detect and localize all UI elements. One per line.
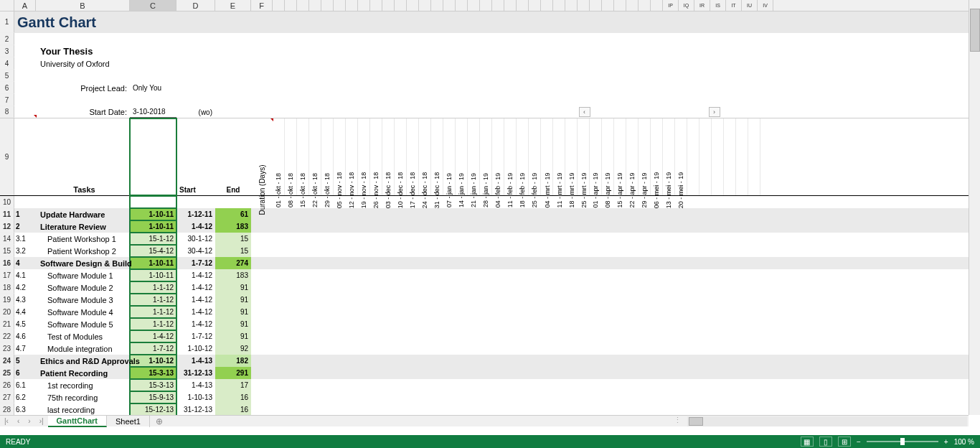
task-id: 1 bbox=[14, 208, 36, 220]
task-name: Update Hardware bbox=[36, 208, 130, 220]
col-C[interactable]: C bbox=[130, 0, 176, 11]
col-IR[interactable]: IR bbox=[694, 0, 710, 11]
col-IV[interactable]: IV bbox=[758, 0, 773, 11]
zoom-in-button[interactable]: + bbox=[944, 438, 948, 446]
date-col[interactable] bbox=[346, 0, 358, 11]
task-duration: 91 bbox=[215, 318, 251, 330]
task-name: Patient Workshop 2 bbox=[36, 245, 130, 257]
task-start[interactable]: 1-1-12 bbox=[130, 318, 176, 330]
row-4: 4 University of Oxford bbox=[0, 57, 969, 70]
date-col[interactable] bbox=[456, 0, 468, 11]
date-col[interactable] bbox=[273, 0, 285, 11]
zoom-slider[interactable] bbox=[867, 441, 938, 442]
date-header: 01 - okt - 18 bbox=[273, 118, 285, 195]
task-id: 6.1 bbox=[14, 379, 36, 391]
task-start[interactable]: 1-1-12 bbox=[130, 294, 176, 306]
date-col[interactable] bbox=[480, 0, 492, 11]
task-start[interactable]: 15-3-13 bbox=[130, 379, 176, 391]
date-header: 17 - dec - 18 bbox=[407, 118, 419, 195]
date-col[interactable] bbox=[382, 0, 395, 11]
date-col[interactable] bbox=[309, 0, 321, 11]
date-col[interactable] bbox=[468, 0, 480, 11]
date-header: 29 - okt - 18 bbox=[321, 118, 334, 195]
task-start[interactable]: 15-9-13 bbox=[130, 391, 176, 403]
date-col[interactable] bbox=[431, 0, 443, 11]
date-col[interactable] bbox=[651, 0, 663, 11]
date-col[interactable] bbox=[590, 0, 602, 11]
date-col[interactable] bbox=[578, 0, 590, 11]
date-col[interactable] bbox=[553, 0, 565, 11]
zoom-out-button[interactable]: − bbox=[857, 438, 861, 446]
col-IS[interactable]: IS bbox=[710, 0, 726, 11]
date-col[interactable] bbox=[565, 0, 578, 11]
date-col[interactable] bbox=[370, 0, 382, 11]
zoom-level[interactable]: 100 % bbox=[954, 438, 974, 446]
scroll-left-button[interactable]: ‹ bbox=[579, 107, 590, 117]
date-col[interactable] bbox=[614, 0, 626, 11]
tab-nav-prev[interactable]: ‹ bbox=[13, 417, 24, 425]
col-IQ[interactable]: IQ bbox=[679, 0, 694, 11]
view-page-layout-icon[interactable]: ▯ bbox=[819, 437, 832, 447]
task-start[interactable]: 15-3-13 bbox=[130, 367, 176, 379]
date-col[interactable] bbox=[529, 0, 541, 11]
col-B[interactable]: B bbox=[36, 0, 130, 11]
add-sheet-button[interactable]: ⊕ bbox=[150, 416, 169, 426]
view-normal-icon[interactable]: ▦ bbox=[801, 437, 814, 447]
select-all-corner[interactable] bbox=[0, 0, 14, 11]
task-row: 164Software Design & Build1-10-111-7-122… bbox=[0, 257, 969, 269]
date-col[interactable] bbox=[419, 0, 431, 11]
date-col[interactable] bbox=[639, 0, 651, 11]
task-start[interactable]: 15-4-12 bbox=[130, 245, 176, 257]
date-col[interactable] bbox=[443, 0, 456, 11]
start-date[interactable]: 3-10-2018 bbox=[130, 106, 176, 118]
date-col[interactable] bbox=[541, 0, 553, 11]
date-col[interactable] bbox=[395, 0, 407, 11]
date-col[interactable] bbox=[504, 0, 517, 11]
tab-nav-last[interactable]: ›| bbox=[35, 417, 48, 425]
task-start[interactable]: 15-12-13 bbox=[130, 403, 176, 415]
task-start[interactable]: 1-7-12 bbox=[130, 342, 176, 355]
tab-sheet1[interactable]: Sheet1 bbox=[107, 416, 150, 427]
task-start[interactable]: 1-10-11 bbox=[130, 208, 176, 220]
task-end: 1-4-13 bbox=[176, 355, 215, 367]
task-name: Module integration bbox=[36, 342, 130, 355]
col-IP[interactable]: IP bbox=[663, 0, 679, 11]
col-IT[interactable]: IT bbox=[726, 0, 742, 11]
col-A[interactable]: A bbox=[14, 0, 36, 11]
task-start[interactable]: 1-1-12 bbox=[130, 281, 176, 294]
date-col[interactable] bbox=[602, 0, 614, 11]
date-col[interactable] bbox=[334, 0, 346, 11]
task-start[interactable]: 1-10-11 bbox=[130, 220, 176, 233]
scroll-right-button[interactable]: › bbox=[709, 107, 720, 117]
row-num[interactable]: 1 bbox=[0, 11, 14, 33]
task-start[interactable]: 1-4-12 bbox=[130, 330, 176, 342]
task-duration: 274 bbox=[215, 257, 251, 269]
date-col[interactable] bbox=[358, 0, 370, 11]
task-name: Test of Modules bbox=[36, 330, 130, 342]
horizontal-scrollbar[interactable] bbox=[687, 416, 967, 426]
date-header: 26 - nov - 18 bbox=[370, 118, 382, 195]
date-col[interactable] bbox=[492, 0, 504, 11]
task-start[interactable]: 1-10-11 bbox=[130, 269, 176, 281]
task-id: 4.5 bbox=[14, 318, 36, 330]
col-E[interactable]: E bbox=[215, 0, 251, 11]
view-page-break-icon[interactable]: ⊞ bbox=[838, 437, 851, 447]
duration-header: Duration (Days) bbox=[251, 118, 273, 195]
col-D[interactable]: D bbox=[176, 0, 215, 11]
date-col[interactable] bbox=[321, 0, 334, 11]
tab-nav-next[interactable]: › bbox=[24, 417, 34, 425]
task-start[interactable]: 1-1-12 bbox=[130, 306, 176, 318]
sheet-tabs-bar: |‹ ‹ › ›| GanttChart Sheet1 ⊕ ⋮ bbox=[0, 415, 969, 426]
date-col[interactable] bbox=[407, 0, 419, 11]
date-col[interactable] bbox=[626, 0, 639, 11]
task-start[interactable]: 15-1-12 bbox=[130, 233, 176, 245]
tab-ganttchart[interactable]: GanttChart bbox=[48, 416, 107, 427]
task-start[interactable]: 1-10-11 bbox=[130, 257, 176, 269]
date-col[interactable] bbox=[297, 0, 309, 11]
date-col[interactable] bbox=[517, 0, 529, 11]
col-IU[interactable]: IU bbox=[742, 0, 758, 11]
date-col[interactable] bbox=[285, 0, 297, 11]
col-F[interactable]: F bbox=[251, 0, 273, 11]
vertical-scrollbar[interactable] bbox=[969, 0, 980, 415]
tab-nav-first[interactable]: |‹ bbox=[0, 417, 13, 425]
